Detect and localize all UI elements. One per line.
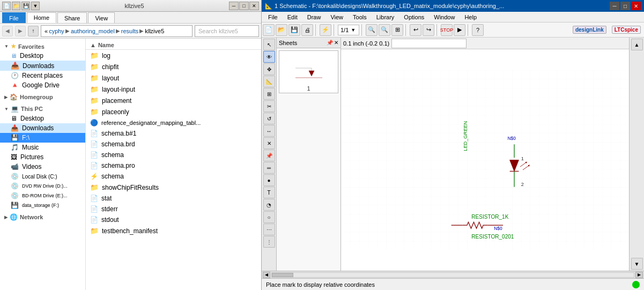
sch-minimize-btn[interactable]: ─	[610, 2, 619, 10]
tool-circle[interactable]: ○	[263, 211, 275, 223]
scroll-right-btn[interactable]: ▶	[635, 272, 643, 278]
file-item-schemapro[interactable]: 📄 schema.pro	[86, 160, 261, 171]
sidebar-item-datastorage[interactable]: 💾 data_storage (F:)	[0, 200, 85, 210]
sidebar-item-desktop-pc[interactable]: 🖥 Desktop	[0, 114, 85, 123]
tool-junction[interactable]: ●	[263, 174, 275, 186]
tool-delete[interactable]: ✂	[263, 100, 275, 112]
file-item-chipfit[interactable]: 📁 chipfit	[86, 61, 261, 72]
tb-print-btn[interactable]: 🖨	[301, 24, 313, 36]
file-item-layout[interactable]: 📁 layout	[86, 72, 261, 84]
tb-new-btn[interactable]: 📄	[263, 24, 275, 36]
menu-window[interactable]: Window	[430, 13, 459, 21]
tb-stop-btn[interactable]: STOP	[441, 24, 453, 36]
tb-zoom-in-btn[interactable]: 🔍	[366, 24, 377, 36]
file-item-placeonly[interactable]: 📁 placeonly	[86, 106, 261, 117]
sidebar-item-videos[interactable]: 📹 Videos	[0, 162, 85, 172]
sidebar-item-music[interactable]: 🎵 Music	[0, 143, 85, 152]
tb-redo-btn[interactable]: ↪	[423, 24, 434, 36]
tool-pin[interactable]: 📌	[263, 150, 275, 161]
tool-arc[interactable]: ◔	[263, 199, 275, 211]
sidebar-item-downloads-fav[interactable]: 📥 Downloads	[0, 61, 85, 71]
tool-text[interactable]: T	[263, 187, 275, 198]
sidebar-item-gdrive[interactable]: 🔺 Google Drive	[0, 80, 85, 90]
tool-eye[interactable]: 👁	[263, 51, 275, 63]
tb-undo-btn[interactable]: ↩	[410, 24, 421, 36]
file-item-schema-red[interactable]: 📄 schema	[86, 150, 261, 160]
tool-wire[interactable]: 📐	[263, 76, 275, 87]
menu-draw[interactable]: Draw	[303, 13, 325, 21]
sidebar-item-dvd[interactable]: 💿 DVD RW Drive (D:)...	[0, 181, 85, 191]
sidebar-item-f-drive[interactable]: 💾 F:\	[0, 133, 85, 143]
tool-pointer[interactable]: ↖	[263, 39, 275, 50]
fe-up-btn[interactable]: ↑	[28, 26, 39, 36]
tb-netlist-btn[interactable]: ⚡	[320, 24, 331, 36]
file-item-stat[interactable]: 📄 stat	[86, 193, 261, 204]
scrollbar-thumb[interactable]	[272, 273, 293, 277]
ribbon-tab-file[interactable]: File	[2, 12, 26, 23]
file-item-showchip[interactable]: 📁 showChipFitResults	[86, 182, 261, 193]
file-item-schemab1[interactable]: 📄 schema.b#1	[86, 128, 261, 139]
fe-minimize-btn[interactable]: ─	[229, 2, 239, 10]
sidebar-item-bdrom[interactable]: 💿 BD-ROM Drive (E:)...	[0, 191, 85, 200]
menu-help[interactable]: Help	[460, 13, 481, 21]
tool-bus[interactable]: ═	[263, 162, 275, 174]
sheets-pin-btn[interactable]: 📌	[327, 40, 333, 46]
right-scroll-up[interactable]: ▲	[631, 39, 643, 50]
sch-canvas-body[interactable]: LED_GREEN N$0 1	[341, 49, 629, 271]
tool-move[interactable]: ✥	[263, 63, 275, 75]
sch-close-btn[interactable]: ✕	[631, 2, 641, 10]
ribbon-tab-view[interactable]: View	[88, 12, 115, 23]
sheet-thumbnail-1[interactable]: 1	[279, 50, 338, 93]
file-item-refdesig[interactable]: 🔵 reference_designator_mapping_tabl...	[86, 117, 261, 128]
canvas-command-input[interactable]	[391, 39, 467, 48]
sidebar-network-header[interactable]: ▶ 🌐 Network	[0, 212, 85, 222]
menu-library[interactable]: Library	[372, 13, 399, 21]
path-authoring[interactable]: authoring_model	[71, 28, 115, 34]
sch-scrollbar-h[interactable]: ◀ ▶	[262, 271, 644, 278]
scrollbar-track[interactable]	[271, 272, 634, 278]
tb-zoom-out-btn[interactable]: 🔍	[379, 24, 390, 36]
path-cyphy[interactable]: cyphy	[49, 28, 64, 34]
fe-maximize-btn[interactable]: □	[239, 2, 249, 10]
sidebar-homegroup-header[interactable]: ▶ 🏠 Homegroup	[0, 92, 85, 102]
tb-save-btn[interactable]: 💾	[288, 24, 300, 36]
right-scroll-down[interactable]: ▼	[631, 258, 643, 270]
sidebar-item-local-disk[interactable]: 💿 Local Disk (C:)	[0, 172, 85, 181]
tool-more2[interactable]: ⋮	[263, 236, 275, 248]
sheets-close-btn[interactable]: ✕	[334, 40, 338, 46]
tool-rotate[interactable]: ↺	[263, 113, 275, 124]
sidebar-item-downloads-pc[interactable]: 📥 Downloads	[0, 123, 85, 133]
menu-edit[interactable]: Edit	[283, 13, 302, 21]
tool-place[interactable]: ⊞	[263, 88, 275, 100]
path-results[interactable]: results	[121, 28, 138, 34]
menu-tools[interactable]: Tools	[349, 13, 371, 21]
fe-back-btn[interactable]: ◀	[2, 26, 13, 36]
menu-view[interactable]: View	[326, 13, 347, 21]
tb-sim-btn[interactable]: ▶	[454, 24, 465, 36]
tb-zoom-fit-btn[interactable]: ⊞	[391, 24, 403, 36]
fe-close-btn[interactable]: ✕	[249, 2, 259, 10]
file-item-placement[interactable]: 📁 placement	[86, 95, 261, 106]
fe-forward-btn[interactable]: ▶	[15, 26, 26, 36]
menu-file[interactable]: File	[264, 13, 282, 21]
tb-help-btn[interactable]: ?	[472, 24, 484, 36]
ribbon-tab-home[interactable]: Home	[27, 12, 56, 23]
sidebar-item-recent[interactable]: 🕐 Recent places	[0, 71, 85, 80]
file-item-testbench[interactable]: 📁 testbench_manifest	[86, 225, 261, 236]
tool-more1[interactable]: ⋯	[263, 224, 275, 235]
sidebar-favorites-header[interactable]: ▼ ★ Favorites	[0, 42, 85, 51]
tool-cross[interactable]: ✕	[263, 137, 275, 149]
name-column-header[interactable]: Name	[98, 42, 114, 48]
file-item-stdout[interactable]: 📄 stdout	[86, 214, 261, 225]
sidebar-item-pictures[interactable]: 🖼 Pictures	[0, 152, 85, 162]
tool-mirror[interactable]: ↔	[263, 125, 275, 137]
fe-search-box[interactable]: Search kllzive5	[195, 25, 259, 37]
file-item-layout-input[interactable]: 📁 layout-input	[86, 84, 261, 95]
file-item-schema-flash[interactable]: ⚡ schema	[86, 171, 261, 182]
sidebar-thispc-header[interactable]: ▼ 💻 This PC	[0, 104, 85, 114]
tb-open-btn[interactable]: 📂	[276, 24, 287, 36]
sch-maximize-btn[interactable]: □	[620, 2, 630, 10]
file-item-log[interactable]: 📁 log	[86, 50, 261, 61]
scroll-left-btn[interactable]: ◀	[263, 272, 270, 278]
menu-options[interactable]: Options	[399, 13, 428, 21]
